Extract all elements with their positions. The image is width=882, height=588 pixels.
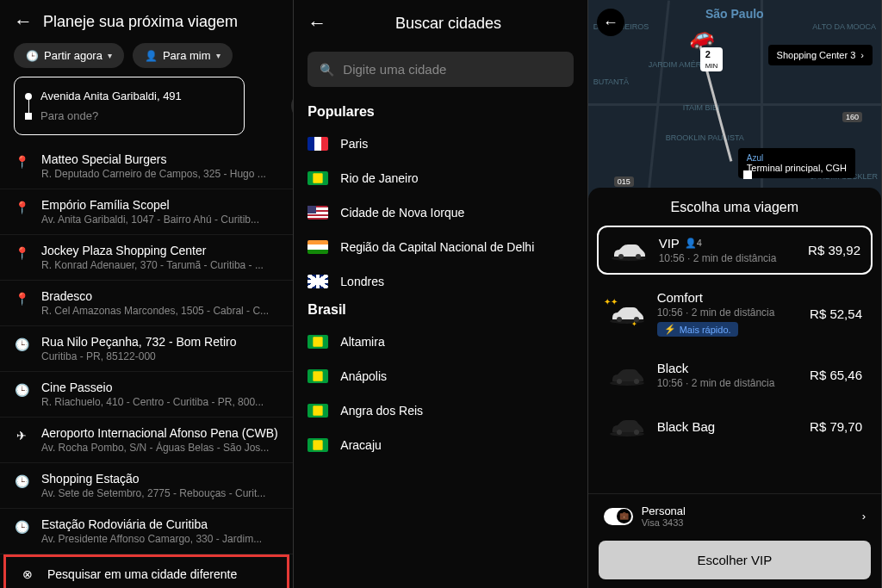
car-icon bbox=[607, 362, 647, 388]
ride-meta: 10:56 · 2 min de distância bbox=[657, 306, 799, 319]
ride-name: Black Bag bbox=[657, 419, 716, 434]
compass-icon: ⊗ bbox=[20, 567, 35, 581]
ride-meta: 10:56 · 2 min de distância bbox=[657, 377, 799, 389]
back-button[interactable]: ← bbox=[14, 10, 33, 33]
map-back-button[interactable]: ← bbox=[597, 9, 624, 36]
location-address: Av. Anita Garibaldi, 1047 - Bairro Ahú -… bbox=[41, 214, 279, 226]
page-title: Buscar cidades bbox=[340, 15, 556, 33]
clock-icon: 🕒 bbox=[26, 50, 39, 62]
city-item[interactable]: Região da Capital Nacional de Delhi bbox=[294, 230, 587, 264]
brasil-section-title: Brasil bbox=[294, 299, 587, 325]
back-button[interactable]: ← bbox=[307, 12, 326, 34]
profile-toggle[interactable] bbox=[604, 508, 633, 525]
city-item[interactable]: Paris bbox=[294, 127, 587, 161]
chevron-right-icon: › bbox=[862, 510, 866, 523]
pin-icon: 📍 bbox=[14, 291, 29, 306]
city-item[interactable]: Cidade de Nova Iorque bbox=[294, 195, 587, 230]
location-title: Estação Rodoviária de Curitiba bbox=[41, 517, 279, 531]
map-view[interactable]: ← São Paulo DE PINHEIROS ALTO DA MOOCA B… bbox=[588, 0, 881, 198]
flag-in-icon bbox=[307, 240, 328, 254]
search-placeholder: Digite uma cidade bbox=[343, 62, 446, 77]
route-box: Avenida Anita Garibaldi, 491 Para onde? bbox=[14, 77, 245, 135]
pin-icon: 📍 bbox=[14, 200, 29, 215]
chevron-down-icon: ▾ bbox=[108, 51, 112, 60]
ride-selection-panel: ← São Paulo DE PINHEIROS ALTO DA MOOCA B… bbox=[588, 0, 882, 588]
search-icon: 🔍 bbox=[320, 63, 334, 77]
payment-card: Visa 3433 bbox=[642, 517, 854, 528]
destination-input[interactable]: Para onde? bbox=[25, 106, 233, 126]
location-address: Av. Rocha Pombo, S/N - Águas Belas - São… bbox=[41, 442, 279, 454]
ride-option-comfort[interactable]: ✦✦✦ Comfort 10:56 · 2 min de distância ⚡… bbox=[597, 282, 873, 345]
location-item[interactable]: 📍 Bradesco R. Cel Amazonas Marcondes, 15… bbox=[0, 281, 293, 326]
popular-section-title: Populares bbox=[294, 101, 587, 127]
location-item[interactable]: 📍 Matteo Special Burgers R. Deputado Car… bbox=[0, 144, 293, 189]
location-title: Bradesco bbox=[41, 289, 279, 303]
location-item[interactable]: 🕒 Rua Nilo Peçanha, 732 - Bom Retiro Cur… bbox=[0, 326, 293, 372]
location-address: Av. Sete de Setembro, 2775 - Rebouças - … bbox=[41, 487, 279, 499]
origin-pin-icon bbox=[743, 170, 752, 179]
ride-options-sheet: Escolha uma viagem VIP 👤4 10:56 · 2 min … bbox=[588, 188, 881, 588]
payment-selector[interactable]: Personal Visa 3433 › bbox=[588, 493, 881, 538]
search-different-city-button[interactable]: ⊗ Pesquisar em uma cidade diferente bbox=[6, 557, 287, 588]
chevron-right-icon: › bbox=[860, 50, 864, 60]
action-label: Pesquisar em uma cidade diferente bbox=[47, 567, 237, 581]
location-item[interactable]: 🕒 Shopping Estação Av. Sete de Setembro,… bbox=[0, 463, 293, 509]
clock-icon: 🕒 bbox=[14, 382, 29, 398]
popular-cities-list: Paris Rio de Janeiro Cidade de Nova Iorq… bbox=[294, 127, 587, 299]
svg-point-4 bbox=[617, 317, 622, 322]
trip-planner-panel: ← Planeje sua próxima viagem 🕒 Partir ag… bbox=[0, 0, 294, 588]
city-name: Londres bbox=[340, 275, 384, 288]
city-name: Paris bbox=[340, 137, 368, 151]
city-item[interactable]: Aracaju bbox=[294, 428, 587, 462]
location-item[interactable]: 🕒 Estação Rodoviária de Curitiba Av. Pre… bbox=[0, 509, 293, 554]
location-title: Aeroporto Internacional Afonso Pena (CWB… bbox=[41, 426, 279, 440]
location-title: Rua Nilo Peçanha, 732 - Bom Retiro bbox=[41, 335, 279, 349]
origin-text: Avenida Anita Garibaldi, 491 bbox=[40, 90, 182, 102]
car-icon bbox=[607, 413, 647, 439]
location-item[interactable]: 📍 Jockey Plaza Shopping Center R. Konrad… bbox=[0, 235, 293, 281]
location-item[interactable]: 🕒 Cine Passeio R. Riachuelo, 410 - Centr… bbox=[0, 372, 293, 418]
city-search-panel: ← Buscar cidades 🔍 Digite uma cidade Pop… bbox=[294, 0, 587, 588]
city-name: Anápolis bbox=[340, 369, 387, 383]
depart-time-chip[interactable]: 🕒 Partir agora ▾ bbox=[14, 43, 124, 68]
pin-icon: 📍 bbox=[14, 154, 29, 170]
sheet-title: Escolha uma viagem bbox=[588, 200, 881, 215]
map-neighborhood: BROOKLIN PAULISTA bbox=[666, 133, 744, 142]
clock-icon: 🕒 bbox=[14, 519, 29, 535]
flag-br-icon bbox=[307, 369, 328, 383]
plane-icon: ✈ bbox=[14, 428, 29, 443]
location-item[interactable]: ✈ Aeroporto Internacional Afonso Pena (C… bbox=[0, 418, 293, 463]
choose-ride-button[interactable]: Escolher VIP bbox=[599, 541, 871, 579]
ride-option-black-bag[interactable]: Black Bag R$ 79,70 bbox=[597, 405, 873, 448]
city-item[interactable]: Rio de Janeiro bbox=[294, 161, 587, 195]
city-name: Altamira bbox=[340, 335, 384, 349]
road-badge: 015 bbox=[614, 176, 634, 187]
payment-label: Personal bbox=[642, 504, 854, 517]
location-address: Curitiba - PR, 85122-000 bbox=[41, 350, 279, 362]
flag-us-icon bbox=[307, 206, 328, 220]
location-item[interactable]: 📍 Empório Família Scopel Av. Anita Garib… bbox=[0, 189, 293, 235]
city-name: Rio de Janeiro bbox=[340, 171, 418, 185]
ride-option-vip[interactable]: VIP 👤4 10:56 · 2 min de distância R$ 39,… bbox=[597, 226, 873, 275]
ride-price: R$ 52,54 bbox=[810, 306, 862, 321]
ride-name: Comfort bbox=[657, 290, 703, 305]
city-item[interactable]: Angra dos Reis bbox=[294, 393, 587, 428]
lightning-icon: ⚡ bbox=[664, 324, 676, 335]
flag-br-icon bbox=[307, 438, 328, 452]
suggestions-list: 📍 Matteo Special Burgers R. Deputado Car… bbox=[0, 144, 293, 554]
ride-option-black[interactable]: Black 10:56 · 2 min de distância R$ 65,4… bbox=[597, 352, 873, 398]
rider-chip[interactable]: 👤 Para mim ▾ bbox=[133, 43, 233, 68]
city-item[interactable]: Anápolis bbox=[294, 359, 587, 393]
clock-icon: 🕒 bbox=[14, 337, 29, 352]
page-title: Planeje sua próxima viagem bbox=[43, 13, 238, 31]
origin-input[interactable]: Avenida Anita Garibaldi, 491 bbox=[25, 86, 233, 106]
destination-badge[interactable]: Shopping Center 3› bbox=[768, 45, 873, 65]
city-item[interactable]: Londres bbox=[294, 264, 587, 299]
chevron-down-icon: ▾ bbox=[216, 51, 220, 60]
location-address: R. Cel Amazonas Marcondes, 1505 - Cabral… bbox=[41, 305, 279, 317]
chip-label: Para mim bbox=[163, 49, 211, 62]
passenger-count: 👤4 bbox=[685, 238, 702, 249]
destination-placeholder: Para onde? bbox=[40, 109, 98, 122]
city-item[interactable]: Altamira bbox=[294, 325, 587, 359]
city-search-input[interactable]: 🔍 Digite uma cidade bbox=[307, 52, 573, 87]
